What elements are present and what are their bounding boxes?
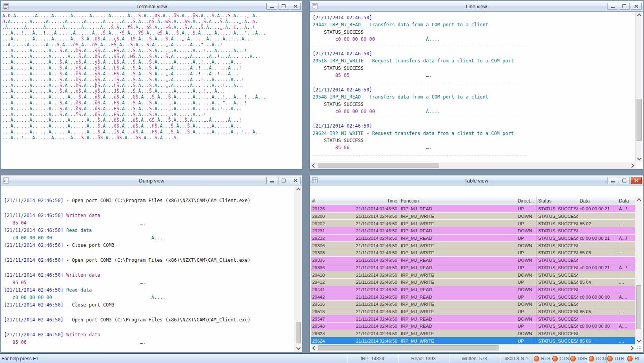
maximize-button[interactable]: [278, 177, 289, 184]
table-row[interactable]: 2954821/11/2014 02:46:50IRP_MJ_READUPSTA…: [311, 323, 635, 330]
status-indicator-dtr: DTR: [606, 354, 625, 363]
terminal-line: ...À......À......À...Š.À...òŠ.À...ýŠ.À..…: [2, 77, 302, 83]
chevron-up-icon: [296, 188, 300, 192]
table-cell: STATUS_SUCCESS: [537, 315, 578, 322]
maximize-icon: [622, 179, 626, 182]
table-row[interactable]: 2944121/11/2014 02:46:50IRP_MJ_READDOWNS…: [311, 286, 635, 294]
scroll-down-button[interactable]: [635, 337, 642, 344]
scroll-up-button[interactable]: [295, 186, 302, 193]
scroll-left-button[interactable]: [310, 162, 317, 169]
scrollbar-thumb[interactable]: [636, 285, 641, 330]
table-cell: STATUS_SUCCESS: [537, 286, 578, 293]
scroll-right-button[interactable]: [629, 345, 635, 351]
table-row[interactable]: 2933621/11/2014 02:46:50IRP_MJ_READUPSTA…: [311, 264, 635, 272]
resize-grip[interactable]: [637, 346, 642, 351]
log-hex-row: 85 06 ….: [313, 144, 635, 151]
maximize-button[interactable]: [278, 3, 289, 10]
table-cell: STATUS_SUCCESS: [537, 337, 578, 344]
indicator-label: RI: [635, 356, 639, 361]
table-cell: 21/11/2014 02:46:50: [326, 213, 399, 220]
scroll-up-button[interactable]: [636, 12, 642, 18]
column-header-direct[interactable]: Direct...: [516, 197, 537, 205]
scroll-down-button[interactable]: [295, 345, 302, 352]
scroll-down-button[interactable]: [636, 155, 642, 162]
scrollbar-thumb[interactable]: [318, 345, 498, 350]
table-row[interactable]: 2954721/11/2014 02:46:50IRP_MJ_READDOWNS…: [311, 315, 635, 323]
close-button[interactable]: [631, 3, 642, 10]
table-cell: DOWN: [516, 242, 537, 249]
scrollbar-thumb[interactable]: [318, 163, 439, 168]
table-row[interactable]: 2912621/11/2014 02:46:50IRP_MJ_READUPSTA…: [311, 205, 635, 213]
table-row[interactable]: 2951621/11/2014 02:46:50IRP_MJ_WRITEDOWN…: [311, 301, 635, 308]
scrollbar-thumb[interactable]: [637, 99, 642, 141]
close-button[interactable]: [631, 177, 642, 184]
table-row[interactable]: 2923221/11/2014 02:46:50IRP_MJ_READUPSTA…: [311, 235, 635, 242]
maximize-button[interactable]: [619, 3, 630, 10]
close-button[interactable]: [290, 177, 301, 184]
dump-window-icon[interactable]: [3, 177, 9, 184]
minimize-icon: [270, 7, 274, 8]
close-button[interactable]: [290, 3, 301, 10]
table-cell: IRP_MJ_WRITE: [399, 220, 516, 227]
horizontal-scrollbar[interactable]: [311, 344, 635, 351]
log-hex-row: c0 00 00 00 00 À....: [313, 108, 635, 115]
terminal-line: ...À......À.. ...À......À......À...Š.À..…: [2, 123, 302, 129]
table-row[interactable]: 2941021/11/2014 02:46:50IRP_MJ_WRITEDOWN…: [311, 271, 635, 279]
minimize-button[interactable]: [607, 177, 618, 184]
terminal-view-titlebar[interactable]: Terminal view: [1, 1, 302, 12]
chevron-up-icon: [637, 198, 641, 202]
column-header-#[interactable]: #: [311, 197, 326, 205]
table-cell: 21/11/2014 02:46:50: [326, 220, 399, 227]
line-view-log[interactable]: [21/11/2014 02:46:50]29442 IRP_MJ_READ -…: [310, 12, 635, 161]
table-cell: IRP_MJ_READ: [399, 235, 516, 242]
terminal-output[interactable]: À.D.À.......À.....À......À......À......À…: [2, 12, 302, 169]
table-row[interactable]: 2920021/11/2014 02:46:50IRP_MJ_WRITEDOWN…: [311, 213, 635, 220]
table-row[interactable]: 2941221/11/2014 02:46:50IRP_MJ_WRITEUPST…: [311, 279, 635, 286]
line-view-window: Line view [21/11/2014 02:46:50]29442 IRP…: [309, 1, 643, 170]
table-row[interactable]: 2930621/11/2014 02:46:50IRP_MJ_WRITEDOWN…: [311, 242, 635, 249]
minimize-button[interactable]: [266, 3, 277, 10]
table-cell: [578, 330, 617, 337]
table-cell: 85 03: [578, 249, 617, 256]
scrollbar-thumb[interactable]: [296, 322, 301, 343]
vertical-scrollbar[interactable]: [295, 186, 302, 352]
table-cell: IRP_MJ_READ: [399, 264, 516, 271]
table-row[interactable]: 2962421/11/2014 02:46:50IRP_MJ_WRITEUPST…: [311, 337, 635, 344]
terminal-window-icon[interactable]: [3, 3, 9, 9]
dump-log-line: c0 00 00 00 00 À....: [4, 294, 294, 301]
table-cell: 29231: [311, 227, 326, 234]
table-cell: 21/11/2014 02:46:50: [326, 279, 399, 286]
column-header-data[interactable]: Data: [617, 197, 635, 205]
log-timestamp: [21/11/2014 02:46:50]: [313, 50, 635, 57]
scroll-up-button[interactable]: [635, 197, 642, 203]
dump-view-titlebar[interactable]: Dump view: [1, 175, 302, 186]
scroll-right-button[interactable]: [629, 162, 636, 169]
vertical-scrollbar[interactable]: [635, 197, 642, 344]
dump-log-line: [4, 309, 294, 316]
maximize-button[interactable]: [619, 177, 630, 184]
column-header-status[interactable]: Status: [537, 197, 578, 205]
table-cell: 21/11/2014 02:46:50: [326, 271, 399, 278]
table-row[interactable]: 2933521/11/2014 02:46:50IRP_MJ_READDOWNS…: [311, 257, 635, 264]
table-row[interactable]: 2951821/11/2014 02:46:50IRP_MJ_WRITEUPST…: [311, 308, 635, 316]
dump-view-log[interactable]: [21/11/2014 02:46:50] - Open port COM3 (…: [2, 186, 294, 352]
window-title: Line view: [310, 4, 643, 9]
table-window-icon[interactable]: [312, 177, 318, 184]
table-row[interactable]: 2944221/11/2014 02:46:50IRP_MJ_READUPSTA…: [311, 293, 635, 301]
column-header-function[interactable]: Function: [399, 197, 516, 205]
minimize-button[interactable]: [266, 177, 277, 184]
horizontal-scrollbar[interactable]: [310, 162, 636, 169]
scroll-left-button[interactable]: [311, 345, 317, 351]
column-header-data[interactable]: Data: [578, 197, 617, 205]
line-window-icon[interactable]: [312, 3, 318, 9]
minimize-button[interactable]: [607, 3, 618, 10]
column-header-time[interactable]: Time: [326, 197, 399, 205]
table-row[interactable]: 2930821/11/2014 02:46:50IRP_MJ_WRITEUPST…: [311, 249, 635, 257]
table-row[interactable]: 2920221/11/2014 02:46:50IRP_MJ_WRITEUPST…: [311, 220, 635, 227]
table-view-titlebar[interactable]: Table view: [310, 175, 643, 186]
line-view-titlebar[interactable]: Line view: [310, 1, 643, 12]
table-row[interactable]: 2923121/11/2014 02:46:50IRP_MJ_READDOWNS…: [311, 227, 635, 235]
vertical-scrollbar[interactable]: [635, 12, 642, 162]
table-cell: IRP_MJ_WRITE: [399, 337, 516, 344]
table-row[interactable]: 2962321/11/2014 02:46:50IRP_MJ_WRITEDOWN…: [311, 330, 635, 337]
